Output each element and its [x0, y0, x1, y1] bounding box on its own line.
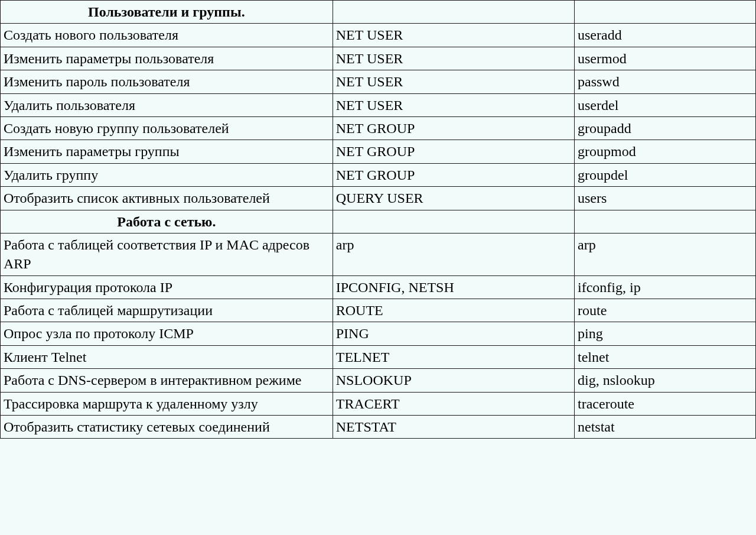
description-cell: Трассировка маршрута к удаленному узлу: [1, 392, 333, 415]
linux-command-cell: telnet: [575, 345, 756, 368]
linux-command-cell: usermod: [575, 47, 756, 70]
description-cell: Отобразить список активных пользователей: [1, 187, 333, 210]
windows-command-cell: arp: [333, 233, 574, 275]
windows-command-cell: NSLOOKUP: [333, 369, 574, 392]
linux-command-cell: groupadd: [575, 116, 756, 140]
table-row: Конфигурация протокола IPIPCONFIG, NETSH…: [1, 275, 756, 299]
description-cell: Опрос узла по протоколу ICMP: [1, 322, 333, 345]
table-row: Пользователи и группы.: [1, 1, 756, 24]
description-cell: Изменить параметры группы: [1, 140, 333, 163]
windows-command-cell: QUERY USER: [333, 187, 574, 210]
linux-command-cell: users: [575, 187, 756, 210]
description-cell: Изменить пароль пользователя: [1, 70, 333, 93]
description-cell: Работа с DNS-сервером в интерактивном ре…: [1, 369, 333, 392]
table-row: Работа с таблицей соответствия IP и MAC …: [1, 233, 756, 275]
table-row: Удалить пользователяNET USERuserdel: [1, 93, 756, 116]
table-row: Создать новую группу пользователейNET GR…: [1, 116, 756, 140]
table-row: Отобразить список активных пользователей…: [1, 187, 756, 210]
linux-command-cell: route: [575, 299, 756, 322]
commands-table: Пользователи и группы.Создать нового пол…: [0, 0, 756, 439]
table-row: Отобразить статистику сетевых соединений…: [1, 416, 756, 439]
windows-command-cell: NET GROUP: [333, 163, 574, 186]
table-row: Создать нового пользователяNET USERusera…: [1, 24, 756, 47]
linux-command-cell: useradd: [575, 24, 756, 47]
windows-command-cell: NETSTAT: [333, 416, 574, 439]
linux-command-cell: userdel: [575, 93, 756, 116]
linux-command-cell: passwd: [575, 70, 756, 93]
linux-command-cell: groupmod: [575, 140, 756, 163]
table-row: Работа с сетью.: [1, 210, 756, 233]
table-row: Изменить пароль пользователяNET USERpass…: [1, 70, 756, 93]
table-row: Работа с таблицей маршрутизацииROUTErout…: [1, 299, 756, 322]
windows-command-cell: IPCONFIG, NETSH: [333, 275, 574, 299]
description-cell: Создать нового пользователя: [1, 24, 333, 47]
windows-command-cell: ROUTE: [333, 299, 574, 322]
table-row: Изменить параметры группыNET GROUPgroupm…: [1, 140, 756, 163]
windows-command-cell: NET USER: [333, 47, 574, 70]
linux-command-cell: arp: [575, 233, 756, 275]
description-cell: Отобразить статистику сетевых соединений: [1, 416, 333, 439]
section-header-cell: Работа с сетью.: [1, 210, 333, 233]
table-row: Изменить параметры пользователяNET USERu…: [1, 47, 756, 70]
section-header-cell: Пользователи и группы.: [1, 1, 333, 24]
table-row: Удалить группуNET GROUPgroupdel: [1, 163, 756, 186]
linux-command-cell: [575, 210, 756, 233]
linux-command-cell: netstat: [575, 416, 756, 439]
linux-command-cell: ifconfig, ip: [575, 275, 756, 299]
description-cell: Работа с таблицей маршрутизации: [1, 299, 333, 322]
table-row: Клиент TelnetTELNETtelnet: [1, 345, 756, 368]
windows-command-cell: TELNET: [333, 345, 574, 368]
windows-command-cell: PING: [333, 322, 574, 345]
description-cell: Удалить группу: [1, 163, 333, 186]
windows-command-cell: TRACERT: [333, 392, 574, 415]
table-row: Работа с DNS-сервером в интерактивном ре…: [1, 369, 756, 392]
linux-command-cell: ping: [575, 322, 756, 345]
table-row: Трассировка маршрута к удаленному узлуTR…: [1, 392, 756, 415]
description-cell: Изменить параметры пользователя: [1, 47, 333, 70]
windows-command-cell: NET USER: [333, 24, 574, 47]
windows-command-cell: [333, 210, 574, 233]
description-cell: Клиент Telnet: [1, 345, 333, 368]
table-body: Пользователи и группы.Создать нового пол…: [1, 1, 756, 439]
table-row: Опрос узла по протоколу ICMPPINGping: [1, 322, 756, 345]
linux-command-cell: dig, nslookup: [575, 369, 756, 392]
windows-command-cell: [333, 1, 574, 24]
windows-command-cell: NET GROUP: [333, 116, 574, 140]
description-cell: Конфигурация протокола IP: [1, 275, 333, 299]
description-cell: Удалить пользователя: [1, 93, 333, 116]
windows-command-cell: NET USER: [333, 70, 574, 93]
linux-command-cell: groupdel: [575, 163, 756, 186]
linux-command-cell: traceroute: [575, 392, 756, 415]
windows-command-cell: NET USER: [333, 93, 574, 116]
windows-command-cell: NET GROUP: [333, 140, 574, 163]
linux-command-cell: [575, 1, 756, 24]
description-cell: Создать новую группу пользователей: [1, 116, 333, 140]
description-cell: Работа с таблицей соответствия IP и MAC …: [1, 233, 333, 275]
